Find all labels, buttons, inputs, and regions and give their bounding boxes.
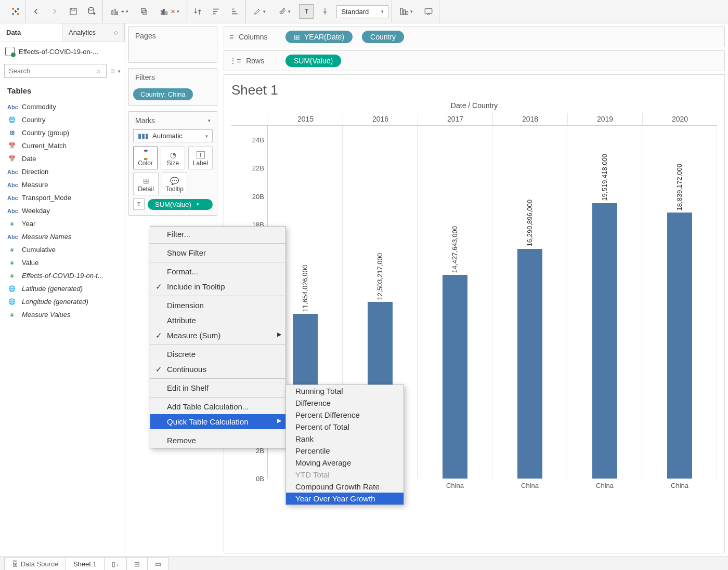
menu-item[interactable]: Remove (150, 433, 285, 448)
duplicate-button[interactable] (137, 4, 151, 19)
sum-value-pill[interactable]: SUM(Value)▾ (148, 199, 213, 210)
menu-item[interactable]: Attribute (150, 313, 285, 328)
submenu-item[interactable]: Percent Difference (286, 409, 404, 421)
columns-pill-year[interactable]: ⊞YEAR(Date) (285, 31, 353, 43)
tab-datasource[interactable]: 🗄 Data Source (4, 558, 66, 570)
y-tick: 22B (252, 164, 264, 172)
bar-column[interactable]: 16,290,896,000 (492, 126, 567, 479)
show-labels-button[interactable]: T (299, 4, 314, 19)
menu-item[interactable]: Quick Table Calculation (150, 414, 285, 429)
new-dashboard-button[interactable]: ⊞ (126, 558, 148, 570)
size-button[interactable]: ◔Size (161, 147, 185, 169)
field-type-icon: # (7, 260, 17, 266)
presentation-button[interactable] (421, 4, 436, 19)
swap-button[interactable] (190, 4, 205, 19)
submenu-item[interactable]: YTD Total (286, 469, 404, 481)
field-item[interactable]: #Effects-of-COVID-19-on-t... (0, 269, 125, 282)
submenu-item[interactable]: Compound Growth Rate (286, 481, 404, 493)
field-item[interactable]: AbcTransport_Mode (0, 191, 125, 204)
field-label: Current_Match (22, 142, 67, 150)
menu-item[interactable]: Continuous (150, 362, 285, 377)
submenu-item[interactable]: Moving Average (286, 457, 404, 469)
year-header: 2017 (418, 113, 492, 125)
forward-button[interactable] (47, 4, 62, 19)
field-item[interactable]: AbcDirection (0, 165, 125, 178)
bar-column[interactable]: 14,427,643,000 (418, 126, 492, 479)
submenu-item[interactable]: Year Over Year Growth (286, 493, 404, 505)
field-item[interactable]: 📅Current_Match (0, 139, 125, 152)
new-story-button[interactable]: ▭ (147, 558, 169, 570)
bar[interactable] (517, 249, 542, 479)
datasource-item[interactable]: Effects-of-COVID-19-on-... (0, 42, 125, 61)
menu-item[interactable]: Include in Tooltip (150, 279, 285, 294)
sheet-title[interactable]: Sheet 1 (231, 82, 717, 98)
fit-dropdown[interactable]: Standard▾ (336, 5, 388, 18)
view-toggle-icon[interactable]: ≡ (111, 67, 115, 75)
menu-item[interactable]: Format... (150, 264, 285, 279)
columns-pill-country[interactable]: Country (362, 31, 404, 43)
search-icon[interactable]: ⌕ (96, 67, 100, 75)
detail-button[interactable]: ⊞Detail (133, 173, 159, 195)
clear-button[interactable]: ✕▾ (155, 7, 184, 16)
tab-data[interactable]: Data (0, 23, 62, 42)
field-item[interactable]: 🌐Longitude (generated) (0, 295, 125, 308)
rows-pill-sum[interactable]: SUM(Value) (285, 55, 341, 67)
bar-column[interactable]: 19,519,418,000 (567, 126, 642, 479)
rows-shelf[interactable]: ⋮≡Rows SUM(Value) (224, 50, 725, 71)
bar-column[interactable]: 18,839,172,000 (642, 126, 717, 479)
svg-rect-9 (166, 12, 167, 15)
bar[interactable] (667, 213, 692, 479)
menu-item[interactable]: Filter... (150, 227, 285, 242)
attach-button[interactable]: ▾ (274, 7, 295, 16)
save-button[interactable] (66, 4, 81, 19)
menu-item[interactable]: Show Filter (150, 245, 285, 260)
top-toolbar: +▾ ✕▾ ▾ ▾ T Standard▾ ▾ (0, 0, 728, 23)
new-datasource-button[interactable] (85, 4, 99, 19)
submenu-item[interactable]: Difference (286, 397, 404, 409)
field-item[interactable]: 🌐Latitude (generated) (0, 282, 125, 295)
submenu-item[interactable]: Percentile (286, 445, 404, 457)
pin-button[interactable] (318, 4, 332, 19)
tab-sheet1[interactable]: Sheet 1 (66, 558, 105, 570)
mark-type-dropdown[interactable]: ▮▮▮ Automatic▾ (133, 129, 213, 142)
new-worksheet-button[interactable]: +▾ (106, 7, 133, 16)
field-item[interactable]: #Cumulative (0, 243, 125, 256)
field-item[interactable]: #Measure Values (0, 308, 125, 321)
sort-desc-button[interactable] (228, 4, 242, 19)
columns-shelf[interactable]: ≡Columns ⊞YEAR(Date) Country (224, 26, 725, 47)
menu-item[interactable]: Edit in Shelf (150, 380, 285, 395)
tab-analytics[interactable]: Analytics◇ (62, 23, 125, 42)
menu-item[interactable]: Discrete (150, 347, 285, 362)
filter-pill-country[interactable]: Country: China (133, 88, 193, 100)
field-item[interactable]: AbcMeasure (0, 178, 125, 191)
bar[interactable] (443, 275, 467, 479)
bar-icon: ▮▮▮ (138, 132, 149, 140)
submenu-item[interactable]: Percent of Total (286, 421, 404, 433)
sort-asc-button[interactable] (209, 4, 224, 19)
label-button[interactable]: TLabel (188, 147, 213, 169)
color-button[interactable]: ••••Color (133, 147, 158, 169)
field-item[interactable]: #Year (0, 217, 125, 230)
field-item[interactable]: AbcCommodity (0, 100, 125, 113)
svg-rect-5 (141, 9, 146, 13)
menu-item[interactable]: Add Table Calculation... (150, 399, 285, 414)
search-input[interactable] (4, 64, 107, 78)
fields-menu-icon[interactable]: ▾ (118, 69, 121, 74)
submenu-item[interactable]: Running Total (286, 385, 404, 397)
menu-item[interactable]: Dimension (150, 298, 285, 313)
submenu-item[interactable]: Rank (286, 433, 404, 445)
bar[interactable] (592, 203, 617, 479)
back-button[interactable] (29, 4, 43, 19)
field-item[interactable]: #Value (0, 256, 125, 269)
menu-item[interactable]: Measure (Sum) (150, 328, 285, 343)
field-item[interactable]: AbcMeasure Names (0, 230, 125, 243)
svg-rect-10 (401, 8, 403, 15)
field-item[interactable]: ⊞Country (group) (0, 126, 125, 139)
tooltip-button[interactable]: 💬Tooltip (162, 173, 187, 195)
field-item[interactable]: AbcWeekday (0, 204, 125, 217)
highlight-button[interactable]: ▾ (249, 7, 270, 16)
field-item[interactable]: 🌐Country (0, 113, 125, 126)
new-sheet-button[interactable]: ▯₊ (104, 558, 127, 570)
field-item[interactable]: 📅Date (0, 152, 125, 165)
show-me-button[interactable]: ▾ (395, 7, 417, 16)
